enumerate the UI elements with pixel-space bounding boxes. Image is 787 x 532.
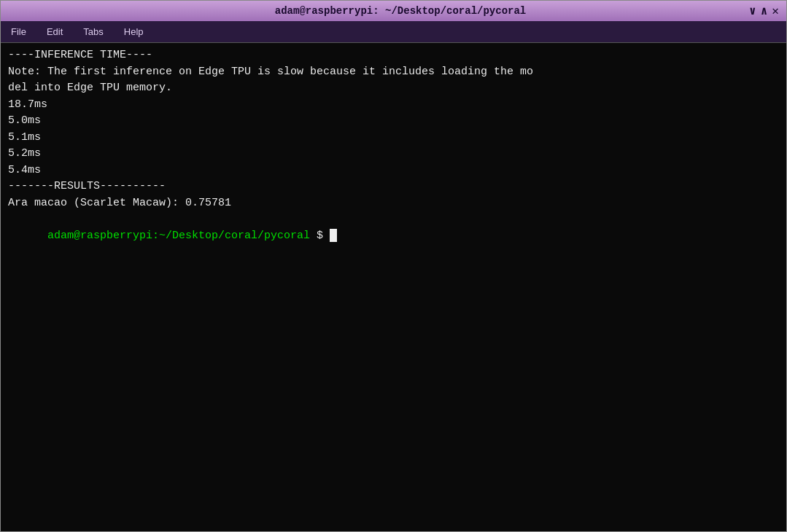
terminal-prompt-line: adam@raspberrypi:~/Desktop/coral/pycoral… [8, 211, 779, 261]
terminal-line-time-3: 5.1ms [8, 130, 779, 146]
terminal-content[interactable]: ----INFERENCE TIME---- Note: The first i… [1, 43, 786, 531]
terminal-line-result: Ara macao (Scarlet Macaw): 0.75781 [8, 195, 779, 212]
menu-help[interactable]: Help [120, 25, 148, 39]
terminal-line-time-5: 5.4ms [8, 163, 779, 179]
terminal-line-results-header: -------RESULTS---------- [8, 179, 779, 195]
terminal-line-inference-header: ----INFERENCE TIME---- [8, 47, 779, 64]
title-bar: adam@raspberrypi: ~/Desktop/coral/pycora… [1, 1, 786, 21]
terminal-prompt-dollar: $ [310, 230, 330, 242]
terminal-window: adam@raspberrypi: ~/Desktop/coral/pycora… [0, 0, 787, 532]
title-bar-chevron-up[interactable]: ∧ [761, 4, 768, 18]
menu-tabs[interactable]: Tabs [79, 25, 107, 39]
menu-file[interactable]: File [7, 25, 31, 39]
terminal-line-note-1: Note: The first inference on Edge TPU is… [8, 64, 779, 81]
terminal-line-time-2: 5.0ms [8, 113, 779, 130]
title-bar-close[interactable]: ✕ [772, 4, 779, 18]
terminal-line-time-4: 5.2ms [8, 146, 779, 163]
terminal-cursor [330, 229, 337, 242]
terminal-line-time-1: 18.7ms [8, 97, 779, 114]
title-bar-chevron-down[interactable]: ∨ [749, 4, 756, 18]
terminal-prompt-green: adam@raspberrypi:~/Desktop/coral/pycoral [47, 230, 310, 242]
menu-bar: File Edit Tabs Help [1, 21, 786, 43]
menu-edit[interactable]: Edit [42, 25, 67, 39]
title-bar-controls: ∨ ∧ ✕ [749, 4, 779, 18]
terminal-line-note-2: del into Edge TPU memory. [8, 80, 779, 97]
title-bar-text: adam@raspberrypi: ~/Desktop/coral/pycora… [52, 5, 749, 17]
